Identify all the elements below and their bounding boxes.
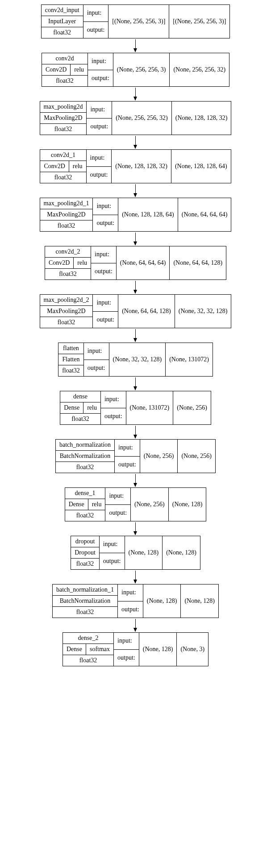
layer-type-row: Flatten: [58, 354, 83, 365]
arrow: [135, 184, 136, 197]
output-shape: (None, 128): [169, 488, 206, 521]
layer-dtype: float32: [56, 462, 114, 473]
layer-info: conv2d_1Conv2Drelufloat32: [40, 150, 86, 183]
layer-info: dense_2Densesoftmaxfloat32: [63, 633, 114, 666]
layer-name: dropout: [71, 536, 99, 547]
layer-type: Conv2D: [42, 64, 70, 75]
output-shape: (None, 256): [173, 391, 211, 424]
layer-type-row: Densesoftmax: [63, 644, 113, 655]
arrow: [135, 39, 136, 52]
output-shape: (None, 128): [163, 536, 200, 569]
output-shape: (None, 131072): [166, 343, 213, 376]
arrow: [135, 426, 136, 438]
layer-activation: relu: [70, 64, 88, 75]
layer-dtype: float32: [40, 124, 87, 135]
layer-type: BatchNormalization: [53, 596, 117, 606]
layer-type: Dense: [65, 499, 88, 510]
output-shape: (None, 3): [177, 633, 208, 666]
layer-dtype: float32: [40, 220, 93, 231]
output-label: output:: [115, 457, 140, 473]
output-label: output:: [84, 360, 109, 377]
layer-type: MaxPooling2D: [40, 113, 87, 123]
layer-type-row: MaxPooling2D: [40, 113, 87, 124]
layer-name: conv2d: [42, 53, 88, 64]
layer-node: conv2d_2Conv2Drelufloat32input:output:(N…: [45, 246, 226, 280]
arrow: [135, 522, 136, 535]
output-shape: (None, 64, 64, 64): [178, 198, 231, 231]
arrow: [135, 281, 136, 293]
input-shape: (None, 128): [143, 584, 181, 618]
layer-type: Dense: [60, 402, 83, 413]
io-labels: input:output:: [83, 5, 109, 38]
layer-node: dense_1Denserelufloat32input:output:(Non…: [65, 487, 207, 521]
input-shape: (None, 64, 64, 128): [118, 295, 175, 328]
layer-type-row: Dropout: [71, 547, 99, 559]
layer-type: BatchNormalization: [56, 451, 114, 462]
output-label: output:: [91, 263, 116, 280]
layer-type: Conv2D: [45, 258, 73, 268]
input-shape: (None, 64, 64, 64): [117, 246, 170, 279]
layer-info: max_pooling2d_2MaxPooling2Dfloat32: [40, 295, 93, 328]
layer-activation: relu: [69, 161, 86, 172]
layer-activation: relu: [88, 499, 105, 510]
layer-node: dense_2Densesoftmaxfloat32input:output:(…: [63, 632, 208, 666]
input-shape: (None, 128, 128, 32): [112, 150, 171, 183]
output-label: output:: [118, 601, 143, 618]
layer-type: MaxPooling2D: [40, 209, 93, 220]
output-label: output:: [87, 119, 112, 135]
layer-info: max_pooling2dMaxPooling2Dfloat32: [40, 102, 87, 135]
input-label: input:: [115, 440, 140, 457]
layer-name: flatten: [58, 343, 83, 354]
output-shape: (None, 32, 32, 128): [175, 295, 231, 328]
input-shape: (None, 256): [131, 488, 169, 521]
output-label: output:: [93, 215, 118, 232]
layer-type-row: BatchNormalization: [56, 451, 114, 462]
io-labels: input:output:: [118, 584, 143, 618]
layer-node: max_pooling2d_2MaxPooling2Dfloat32input:…: [40, 294, 232, 328]
input-label: input:: [105, 488, 130, 505]
layer-info: dense_1Denserelufloat32: [65, 488, 106, 521]
input-shape: (None, 128): [139, 633, 177, 666]
output-label: output:: [93, 312, 118, 328]
layer-type-row: MaxPooling2D: [40, 209, 93, 220]
layer-name: batch_normalization_1: [53, 584, 117, 596]
output-shape: (None, 256): [178, 440, 215, 473]
input-label: input:: [84, 343, 109, 360]
layer-dtype: float32: [65, 510, 105, 521]
layer-activation: softmax: [86, 644, 113, 655]
input-label: input:: [93, 198, 118, 215]
model-diagram: conv2d_inputInputLayerfloat32input:outpu…: [4, 4, 267, 666]
input-label: input:: [118, 584, 143, 601]
layer-type: Dense: [63, 644, 86, 655]
input-label: input:: [87, 102, 112, 119]
input-label: input:: [88, 53, 113, 70]
output-shape: (None, 64, 64, 128): [170, 246, 226, 279]
layer-type: Flatten: [58, 354, 83, 365]
layer-node: batch_normalization_1BatchNormalizationf…: [52, 584, 219, 618]
io-labels: input:output:: [105, 488, 131, 521]
output-shape: (None, 128, 128, 32): [172, 102, 231, 135]
arrow: [135, 619, 136, 631]
layer-name: dense_1: [65, 488, 105, 499]
input-label: input:: [101, 391, 126, 408]
output-label: output:: [101, 408, 126, 425]
layer-node: max_pooling2d_1MaxPooling2Dfloat32input:…: [40, 198, 232, 232]
layer-name: conv2d_1: [40, 150, 86, 161]
layer-name: batch_normalization: [56, 440, 114, 451]
layer-type-row: Conv2Drelu: [45, 258, 91, 269]
layer-node: flattenFlattenfloat32input:output:(None,…: [58, 343, 213, 377]
input-label: input:: [87, 150, 112, 167]
input-shape: (None, 128, 128, 64): [118, 198, 178, 231]
input-label: input:: [93, 295, 118, 312]
layer-name: conv2d_input: [42, 5, 83, 16]
layer-name: max_pooling2d_2: [40, 295, 93, 306]
input-shape: (None, 256): [140, 440, 178, 473]
output-shape: (None, 256, 256, 32): [170, 53, 229, 86]
output-label: output:: [88, 70, 113, 87]
input-shape: (None, 128): [125, 536, 163, 569]
layer-type-row: MaxPooling2D: [40, 306, 93, 317]
layer-info: conv2d_inputInputLayerfloat32: [42, 5, 83, 38]
input-shape: (None, 131072): [126, 391, 174, 424]
layer-info: conv2dConv2Drelufloat32: [42, 53, 88, 86]
layer-dtype: float32: [40, 317, 93, 328]
